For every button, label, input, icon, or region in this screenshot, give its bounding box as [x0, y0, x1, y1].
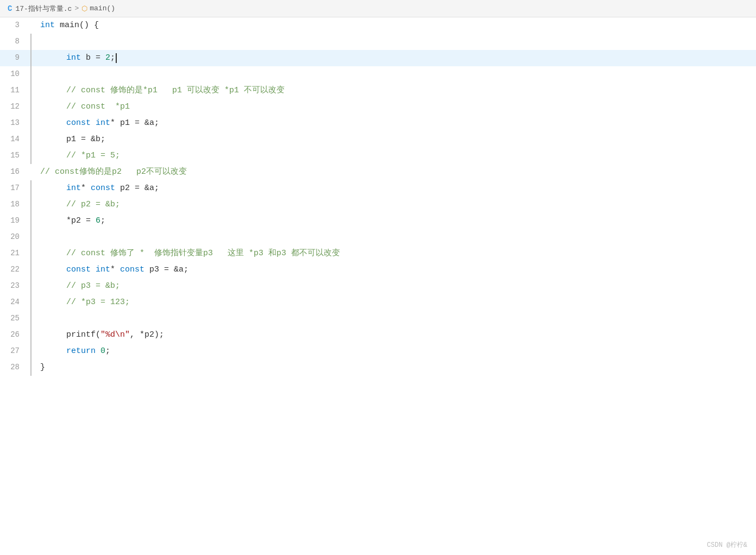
comment-11: // const 修饰的是*p1 p1 可以改变 *p1 不可以改变 [66, 84, 285, 98]
line-num-24: 24 [0, 294, 28, 311]
line-content-20 [32, 229, 756, 245]
code-line-24: 24 // *p3 = 123; [0, 294, 756, 311]
watermark: CSDN @柠柠& [707, 540, 747, 550]
code-line-18: 18 // p2 = &b; [0, 197, 756, 213]
code-line-11: 11 // const 修饰的是*p1 p1 可以改变 *p1 不可以改变 [0, 83, 756, 99]
code-line-20: 20 [0, 229, 756, 245]
line-num-25: 25 [0, 311, 28, 327]
code-line-12: 12 // const *p1 [0, 99, 756, 115]
line-content-12: // const *p1 [32, 99, 756, 115]
keyword-int-22: int [96, 263, 110, 277]
number-2: 2 [105, 51, 110, 65]
code-line-22: 22 const int* const p3 = &a; [0, 262, 756, 278]
fn-main: main [60, 18, 79, 33]
line-num-11: 11 [0, 83, 28, 99]
line-num-28: 28 [0, 360, 28, 376]
line-content-22: const int* const p3 = &a; [32, 262, 756, 278]
code-line-9: 9 int b = 2; [0, 50, 756, 66]
code-line-13: 13 const int* p1 = &a; [0, 115, 756, 131]
line-content-13: const int* p1 = &a; [32, 115, 756, 131]
comment-15: // *p1 = 5; [66, 149, 120, 163]
fn-printf: printf [66, 328, 96, 342]
line-content-8 [32, 34, 756, 50]
code-line-10: 10 [0, 66, 756, 83]
function-icon: ⬡ [81, 4, 87, 13]
keyword-int-13: int [96, 116, 110, 130]
line-content-24: // *p3 = 123; [32, 294, 756, 311]
line-num-13: 13 [0, 115, 28, 131]
code-line-15: 15 // *p1 = 5; [0, 148, 756, 164]
comment-24: // *p3 = 123; [66, 295, 130, 310]
string-format: "%d\n" [100, 328, 130, 342]
line-content-28: } [32, 360, 756, 376]
code-line-3: 3 int main() { [0, 17, 756, 34]
line-content-14: p1 = &b; [32, 131, 756, 148]
line-num-21: 21 [0, 245, 28, 262]
code-line-8: 8 [0, 34, 756, 50]
line-content-3: int main() { [32, 17, 756, 34]
line-content-18: // p2 = &b; [32, 197, 756, 213]
line-content-21: // const 修饰了 * 修饰指针变量p3 这里 *p3 和p3 都不可以改… [32, 245, 756, 262]
line-content-26: printf("%d\n", *p2); [32, 327, 756, 343]
line-num-15: 15 [0, 148, 28, 164]
code-line-23: 23 // p3 = &b; [0, 278, 756, 294]
comment-21: // const 修饰了 * 修饰指针变量p3 这里 *p3 和p3 都不可以改… [66, 247, 340, 261]
keyword-const-13: const [66, 116, 91, 130]
code-line-28: 28 } [0, 360, 756, 376]
code-editor: 3 int main() { 8 9 int b = 2; 10 11 // c… [0, 17, 756, 376]
file-name: 17-指针与常量.c [15, 4, 72, 14]
line-num-20: 20 [0, 229, 28, 245]
text-cursor [116, 53, 117, 63]
comment-18: // p2 = &b; [66, 198, 120, 212]
number-0: 0 [100, 344, 105, 358]
comment-16: // const修饰的是p2 p2不可以改变 [40, 165, 187, 179]
line-num-22: 22 [0, 262, 28, 278]
code-line-14: 14 p1 = &b; [0, 131, 756, 148]
line-num-16: 16 [0, 164, 28, 180]
comment-23: // p3 = &b; [66, 279, 120, 293]
code-line-16: 16 // const修饰的是p2 p2不可以改变 [0, 164, 756, 180]
keyword-return: return [66, 344, 96, 358]
line-content-16: // const修饰的是p2 p2不可以改变 [32, 164, 756, 180]
line-content-17: int* const p2 = &a; [32, 180, 756, 197]
line-content-25 [32, 311, 756, 327]
code-line-21: 21 // const 修饰了 * 修饰指针变量p3 这里 *p3 和p3 都不… [0, 245, 756, 262]
line-content-9: int b = 2; [32, 50, 756, 66]
line-num-23: 23 [0, 278, 28, 294]
line-num-8: 8 [0, 34, 28, 50]
line-num-9: 9 [0, 50, 28, 66]
line-num-17: 17 [0, 180, 28, 197]
function-name: main() [90, 4, 115, 12]
line-num-26: 26 [0, 327, 28, 343]
comment-12: // const *p1 [66, 100, 130, 114]
keyword-int: int [40, 18, 55, 33]
line-num-10: 10 [0, 66, 28, 83]
line-num-27: 27 [0, 343, 28, 360]
number-6: 6 [96, 214, 100, 228]
keyword-const-22a: const [66, 263, 91, 277]
code-line-27: 27 return 0; [0, 343, 756, 360]
keyword-const-22b: const [120, 263, 144, 277]
code-line-19: 19 *p2 = 6; [0, 213, 756, 229]
breadcrumb: C 17-指针与常量.c > ⬡ main() [0, 0, 756, 17]
line-content-10 [32, 66, 756, 83]
keyword-int-2: int [66, 51, 81, 65]
keyword-const-17: const [91, 181, 115, 195]
line-content-27: return 0; [32, 343, 756, 360]
line-content-15: // *p1 = 5; [32, 148, 756, 164]
keyword-int-17: int [66, 181, 81, 195]
code-line-25: 25 [0, 311, 756, 327]
line-num-14: 14 [0, 131, 28, 148]
line-num-18: 18 [0, 197, 28, 213]
line-content-19: *p2 = 6; [32, 213, 756, 229]
line-content-23: // p3 = &b; [32, 278, 756, 294]
line-content-11: // const 修饰的是*p1 p1 可以改变 *p1 不可以改变 [32, 83, 756, 99]
code-line-26: 26 printf("%d\n", *p2); [0, 327, 756, 343]
line-num-12: 12 [0, 99, 28, 115]
code-line-17: 17 int* const p2 = &a; [0, 180, 756, 197]
breadcrumb-sep1: > [74, 4, 79, 12]
line-num-19: 19 [0, 213, 28, 229]
c-lang-icon: C [8, 4, 12, 13]
line-num-3: 3 [0, 17, 28, 34]
